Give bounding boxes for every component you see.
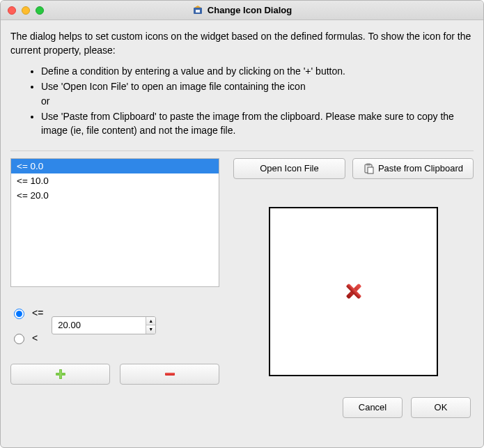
icon-preview [269,207,438,376]
help-intro: The dialog helps to set custom icons on … [10,30,474,57]
icon-source-buttons: Open Icon File Paste from Clipboard [233,158,474,179]
main-row: <= 0.0<= 10.0<= 20.0 <= < [10,158,474,385]
paste-from-clipboard-button[interactable]: Paste from Clipboard [352,158,474,179]
condition-editor: <= < ▲ ▼ [10,307,219,344]
radio-lt-label: < [32,332,38,343]
add-remove-row [10,364,219,385]
help-bullet-3: Use 'Paste from Clipboard' to paste the … [41,109,474,138]
open-icon-file-button[interactable]: Open Icon File [233,158,345,179]
spinner-buttons: ▲ ▼ [146,317,155,334]
right-column: Open Icon File Paste from Clipboard [233,158,474,385]
help-bullets: Define a condition by entering a value a… [10,64,474,139]
svg-rect-2 [196,10,200,13]
help-bullet-2: Use 'Open Icon File' to open an image fi… [41,79,474,108]
dialog-content: The dialog helps to set custom icons on … [1,20,483,447]
change-icon-dialog: Change Icon Dialog The dialog helps to s… [0,0,484,448]
condition-list[interactable]: <= 0.0<= 10.0<= 20.0 [10,158,219,287]
svg-marker-1 [194,6,201,8]
condition-list-item[interactable]: <= 10.0 [11,173,219,188]
cancel-button[interactable]: Cancel [343,397,403,418]
radio-lte-label: <= [32,307,43,318]
app-icon [192,5,203,16]
radio-lte[interactable]: <= [10,307,43,319]
svg-rect-9 [366,163,370,165]
value-spinner-wrap: ▲ ▼ [52,307,219,344]
plus-icon [54,368,67,380]
minus-icon [164,368,176,380]
radio-lte-input[interactable] [14,309,24,319]
svg-rect-7 [165,373,174,374]
window-title-wrap: Change Icon Dialog [1,5,483,16]
svg-rect-10 [368,167,373,173]
svg-rect-5 [59,369,61,378]
left-column: <= 0.0<= 10.0<= 20.0 <= < [10,158,219,385]
titlebar: Change Icon Dialog [1,1,483,20]
radio-lt[interactable]: < [10,332,43,344]
dialog-footer: Cancel OK [10,397,474,418]
condition-list-item[interactable]: <= 20.0 [11,188,219,203]
window-title: Change Icon Dialog [208,5,292,15]
x-icon [343,280,365,302]
spinner-down[interactable]: ▼ [146,325,155,334]
value-spinner[interactable]: ▲ ▼ [52,316,156,334]
add-condition-button[interactable] [10,364,110,385]
remove-condition-button[interactable] [120,364,219,385]
condition-list-item[interactable]: <= 0.0 [11,159,219,173]
radio-lt-input[interactable] [14,334,24,344]
spinner-up[interactable]: ▲ [146,317,155,326]
ok-button[interactable]: OK [411,397,471,418]
value-input[interactable] [52,317,146,334]
operator-radios: <= < [10,307,43,344]
clipboard-icon [363,163,374,174]
separator [10,150,474,151]
help-bullet-1: Define a condition by entering a value a… [41,64,474,78]
